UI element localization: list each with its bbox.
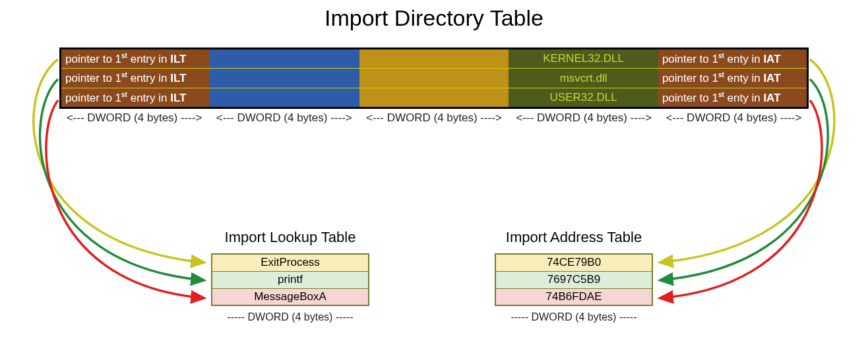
idt-ilt-pointer: pointer to 1st entry in ILT — [61, 49, 210, 69]
ilt-title: Import Lookup Table — [204, 229, 376, 246]
table-row: printf — [212, 271, 369, 288]
dword-label: <--- DWORD (4 bytes) ----> — [359, 109, 509, 125]
arrow-ilt-row3 — [46, 100, 204, 298]
table-row: ExitProcess — [212, 254, 369, 271]
idt-timestamp — [210, 69, 359, 88]
idt-dll-name: USER32.DLL — [509, 88, 658, 108]
cell: 7697C5B9 — [495, 271, 652, 288]
cell: ExitProcess — [212, 254, 369, 271]
idt-ilt-pointer: pointer to 1st entry in ILT — [61, 69, 210, 88]
dword-label: <--- DWORD (4 bytes) ----> — [659, 109, 809, 125]
iat-title: Import Address Table — [488, 229, 660, 246]
page-title: Import Directory Table — [0, 5, 868, 31]
ilt-dword-label: ----- DWORD (4 bytes) ----- — [211, 311, 369, 323]
idt-row: pointer to 1st entry in ILTUSER32.DLLpoi… — [61, 88, 808, 108]
import-lookup-table: ExitProcessprintfMessageBoxA — [211, 253, 369, 306]
idt-iat-pointer: pointer to 1st enty in IAT — [658, 88, 808, 108]
table-row: MessageBoxA — [212, 288, 369, 305]
arrow-iat-row3 — [660, 100, 822, 298]
table-row: 7697C5B9 — [495, 271, 652, 288]
idt-ilt-pointer: pointer to 1st entry in ILT — [61, 88, 210, 108]
idt-dll-name: KERNEL32.DLL — [509, 49, 658, 69]
dword-label: <--- DWORD (4 bytes) ----> — [59, 109, 209, 125]
cell: 74B6FDAE — [495, 288, 652, 305]
iat-dword-label: ----- DWORD (4 bytes) ----- — [495, 311, 653, 323]
table-row: 74CE79B0 — [495, 254, 652, 271]
idt-timestamp — [210, 49, 359, 69]
idt-dll-name: msvcrt.dll — [509, 69, 658, 88]
idt-timestamp — [210, 88, 359, 108]
cell: printf — [212, 271, 369, 288]
idt-dword-labels: <--- DWORD (4 bytes) ----><--- DWORD (4 … — [59, 109, 809, 125]
table-row: 74B6FDAE — [495, 288, 652, 305]
idt-grid: pointer to 1st entry in ILTKERNEL32.DLLp… — [59, 47, 809, 109]
idt-iat-pointer: pointer to 1st enty in IAT — [658, 49, 808, 69]
dword-label: <--- DWORD (4 bytes) ----> — [209, 109, 359, 125]
idt-row: pointer to 1st entry in ILTmsvcrt.dllpoi… — [61, 69, 808, 88]
idt-iat-pointer: pointer to 1st enty in IAT — [658, 69, 808, 88]
idt-forwarder — [359, 49, 509, 69]
idt-forwarder — [359, 88, 509, 108]
cell: MessageBoxA — [212, 288, 369, 305]
import-address-table: 74CE79B07697C5B974B6FDAE — [495, 253, 653, 306]
import-directory-table: pointer to 1st entry in ILTKERNEL32.DLLp… — [59, 47, 809, 125]
idt-row: pointer to 1st entry in ILTKERNEL32.DLLp… — [61, 49, 808, 69]
idt-forwarder — [359, 69, 509, 88]
cell: 74CE79B0 — [495, 254, 652, 271]
dword-label: <--- DWORD (4 bytes) ----> — [509, 109, 659, 125]
